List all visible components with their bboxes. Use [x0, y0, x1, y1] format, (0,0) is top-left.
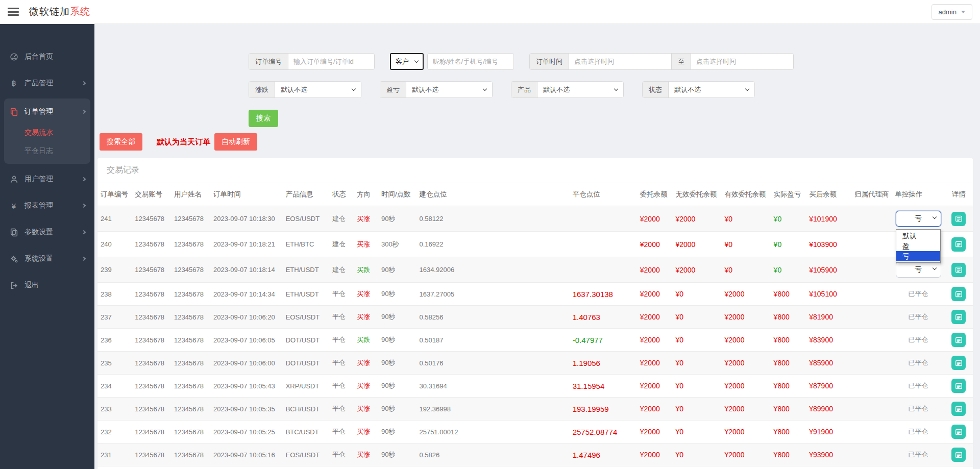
control-select[interactable]: 亏	[896, 262, 941, 278]
cell-order-time: 2023-09-07 10:05:43	[210, 375, 283, 398]
closed-status-text: 已平仓	[909, 336, 928, 343]
cell-entrust-balance: ¥2000	[637, 329, 673, 352]
sidebar-item-system-settings[interactable]: 系统设置	[0, 248, 94, 270]
cell-order-time: 2023-09-07 10:18:30	[210, 206, 283, 232]
search-all-button[interactable]: 搜索全部	[100, 133, 142, 151]
updown-filter-select[interactable]: 默认不选	[275, 82, 361, 97]
sidebar-item-dashboard[interactable]: 后台首页	[0, 45, 94, 68]
table-row-partial	[97, 466, 973, 469]
detail-button[interactable]	[951, 310, 966, 324]
sidebar-item-trade-flow[interactable]: 交易流水	[4, 123, 90, 141]
cell-product: DOT/USDT	[283, 352, 329, 375]
cell-product: BTC/USDT	[283, 421, 329, 443]
cell-entrust-balance: ¥2000	[637, 306, 673, 329]
detail-button[interactable]	[951, 448, 966, 462]
sidebar-item-label: 订单管理	[24, 107, 53, 116]
profitloss-filter-select[interactable]: 默认不选	[406, 82, 492, 97]
auto-refresh-button[interactable]: 自动刷新	[214, 133, 257, 151]
closed-status-text: 已平仓	[909, 428, 928, 435]
cell-open-point: 0.58122	[416, 206, 569, 232]
cell-account: 12345678	[132, 329, 171, 352]
sidebar-item-order-management[interactable]: 订单管理	[4, 101, 90, 123]
time-to-input[interactable]	[691, 54, 793, 69]
time-from-input[interactable]	[569, 54, 671, 69]
cell-entrust-balance: ¥2000	[637, 375, 673, 398]
cell-close-point: 31.15954	[570, 375, 637, 398]
detail-button[interactable]	[951, 263, 966, 277]
customer-type-select[interactable]: 客户	[390, 53, 424, 70]
cell-detail	[945, 206, 973, 232]
detail-button[interactable]	[951, 356, 966, 370]
cell-empty	[637, 466, 673, 469]
chevron-right-icon	[82, 204, 86, 208]
order-no-input[interactable]	[288, 54, 374, 69]
dropdown-option[interactable]: 亏	[896, 251, 940, 261]
cell-order-no: 239	[97, 257, 132, 283]
cell-close-point: 1637.30138	[570, 283, 637, 306]
closed-status-text: 已平仓	[909, 451, 928, 458]
cell-account: 12345678	[132, 232, 171, 257]
chevron-down-icon	[932, 266, 936, 270]
sidebar: 后台首页 ฿ 产品管理 订单管理 交易流水 平仓日志 用户管理	[0, 24, 94, 469]
sidebar-item-reports[interactable]: ¥ 报表管理	[0, 194, 94, 217]
sidebar-item-close-log[interactable]: 平仓日志	[4, 141, 90, 160]
cell-duration: 90秒	[378, 375, 416, 398]
cell-status: 平仓	[329, 398, 354, 421]
customer-input[interactable]	[428, 54, 513, 69]
cell-order-no: 233	[97, 398, 132, 421]
sidebar-item-products[interactable]: ฿ 产品管理	[0, 72, 94, 94]
detail-button[interactable]	[951, 402, 966, 416]
list-icon	[955, 359, 963, 367]
cell-account: 12345678	[132, 352, 171, 375]
product-filter-select[interactable]: 默认不选	[537, 82, 623, 97]
sidebar-item-label: 产品管理	[24, 79, 53, 88]
cell-product: XRP/USDT	[283, 375, 329, 398]
detail-button[interactable]	[951, 287, 966, 301]
sidebar-group-orders: 订单管理 交易流水 平仓日志	[4, 98, 90, 164]
cell-open-point: 30.31694	[416, 375, 569, 398]
closed-status-text: 已平仓	[909, 313, 928, 320]
cell-username: 12345678	[171, 375, 210, 398]
cell-valid-entrust: ¥2000	[722, 375, 771, 398]
cell-agent	[851, 206, 892, 232]
cell-empty	[97, 466, 132, 469]
closed-status-text: 已平仓	[909, 359, 928, 366]
cell-status: 平仓	[329, 421, 354, 443]
hamburger-menu-icon[interactable]	[8, 8, 19, 16]
cell-entrust-balance: ¥2000	[637, 443, 673, 466]
cell-detail	[945, 283, 973, 306]
cell-order-no: 240	[97, 232, 132, 257]
detail-button[interactable]	[951, 379, 966, 393]
status-filter-select[interactable]: 默认不选	[669, 82, 754, 97]
cell-open-point: 0.16922	[416, 232, 569, 257]
column-header: 平仓点位	[570, 183, 637, 206]
cell-agent	[851, 375, 892, 398]
sidebar-item-logout[interactable]: 退出	[0, 274, 94, 297]
dropdown-option[interactable]: 默认	[896, 231, 940, 241]
dropdown-option[interactable]: 盈	[896, 241, 940, 251]
detail-button[interactable]	[951, 425, 966, 439]
cell-invalid-entrust: ¥2000	[672, 232, 721, 257]
cell-control: 已平仓	[892, 329, 944, 352]
panel-title: 交易记录	[97, 158, 973, 183]
status-filter-value: 默认不选	[674, 85, 701, 94]
control-select[interactable]: 亏	[896, 211, 941, 227]
detail-button[interactable]	[951, 237, 966, 252]
cell-duration: 90秒	[378, 257, 416, 283]
column-header: 建仓点位	[416, 183, 569, 206]
chevron-down-icon	[414, 59, 419, 63]
cell-control: 已平仓	[892, 352, 944, 375]
chevron-down-icon	[614, 87, 618, 91]
table-row: 232 12345678 12345678 2023-09-07 10:05:2…	[97, 421, 973, 443]
detail-button[interactable]	[951, 212, 966, 226]
cell-agent	[851, 352, 892, 375]
admin-dropdown[interactable]: admin	[932, 4, 972, 20]
cell-empty	[329, 466, 354, 469]
closed-status-text: 已平仓	[909, 405, 928, 412]
sidebar-item-parameters[interactable]: 参数设置	[0, 221, 94, 243]
column-header: 实际盈亏	[771, 183, 806, 206]
search-button[interactable]: 搜索	[249, 110, 278, 127]
sidebar-item-users[interactable]: 用户管理	[0, 168, 94, 190]
detail-button[interactable]	[951, 333, 966, 347]
cell-status: 建仓	[329, 232, 354, 257]
